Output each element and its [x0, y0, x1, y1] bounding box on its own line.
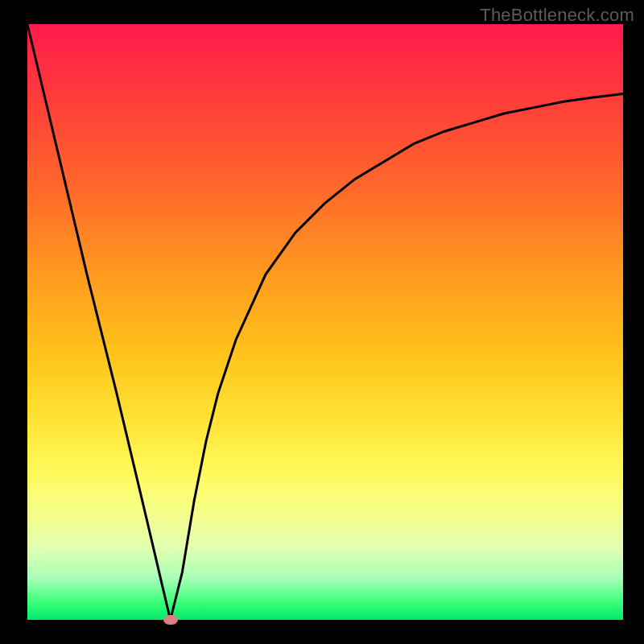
minimum-marker	[163, 615, 178, 625]
plot-area	[27, 24, 623, 620]
chart-frame: TheBottleneck.com	[0, 0, 644, 644]
curve-path	[27, 24, 623, 620]
watermark-text: TheBottleneck.com	[480, 5, 634, 26]
bottleneck-curve	[27, 24, 623, 620]
